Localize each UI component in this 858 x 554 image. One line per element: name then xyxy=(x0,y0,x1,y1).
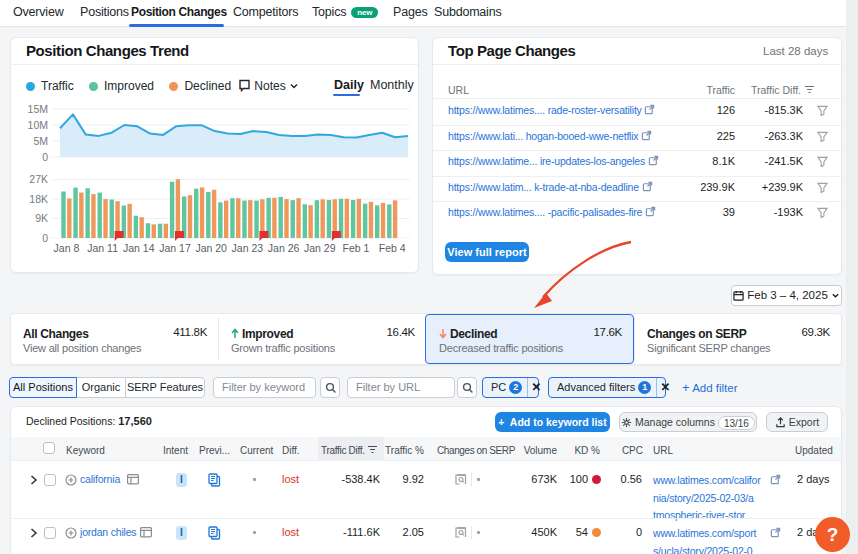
svg-text:Jan 26: Jan 26 xyxy=(268,242,300,254)
svg-text:Jan 20: Jan 20 xyxy=(195,242,227,254)
svg-text:5M: 5M xyxy=(33,135,48,147)
svg-text:0: 0 xyxy=(42,232,48,244)
svg-text:0: 0 xyxy=(42,151,48,163)
svg-text:18K: 18K xyxy=(29,193,48,205)
svg-text:Jan 14: Jan 14 xyxy=(123,242,155,254)
svg-text:Jan 23: Jan 23 xyxy=(232,242,264,254)
svg-text:Feb 1: Feb 1 xyxy=(343,242,370,254)
svg-text:10M: 10M xyxy=(28,119,48,131)
svg-text:27K: 27K xyxy=(29,173,48,185)
svg-text:Jan 29: Jan 29 xyxy=(304,242,336,254)
svg-text:Jan 11: Jan 11 xyxy=(87,242,118,254)
svg-text:9K: 9K xyxy=(35,212,48,224)
svg-text:Feb 4: Feb 4 xyxy=(379,242,406,254)
svg-text:15M: 15M xyxy=(28,103,48,115)
svg-text:Jan 17: Jan 17 xyxy=(159,242,191,254)
svg-text:Jan 8: Jan 8 xyxy=(54,242,80,254)
